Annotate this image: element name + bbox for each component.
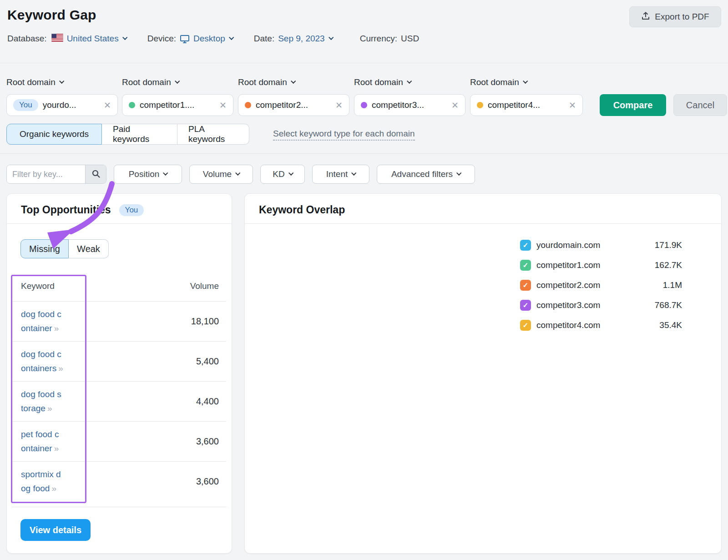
checkmark-icon: ✓ (523, 241, 529, 249)
select-keyword-type-link[interactable]: Select keyword type for each domain (273, 129, 415, 141)
competitor1-color-dot-icon (129, 102, 135, 108)
close-icon[interactable]: ✕ (569, 100, 576, 111)
intent-filter-dropdown[interactable]: Intent (312, 165, 369, 184)
database-label: Database: (7, 34, 47, 44)
legend-domain: competitor3.com (536, 300, 655, 310)
volume-value: 18,100 (191, 316, 219, 327)
search-button[interactable] (85, 165, 106, 183)
kd-filter-dropdown[interactable]: KD (260, 165, 305, 184)
table-row: dog food storage» 4,400 (21, 381, 219, 421)
domain-chip-competitor3[interactable]: competitor3... ✕ (354, 94, 465, 116)
compare-button[interactable]: Compare (600, 94, 666, 116)
tab-pla-keywords[interactable]: PLA keywords (177, 124, 249, 145)
legend-keyword-count: 171.9K (655, 240, 682, 250)
close-icon[interactable]: ✕ (104, 100, 111, 111)
chevron-down-icon (163, 171, 168, 176)
legend-row-competitor3: ✓ competitor3.com 768.7K (520, 298, 682, 312)
chevron-down-icon (235, 171, 240, 176)
chevron-down-icon (456, 171, 461, 176)
chevron-down-icon (122, 35, 127, 40)
double-chevron-right-icon[interactable]: » (54, 444, 59, 453)
table-row: sportmix dog food» 3,600 (21, 461, 219, 501)
legend-domain: yourdomain.com (536, 240, 655, 250)
chevron-down-icon (407, 79, 412, 84)
magnifier-icon (91, 169, 101, 180)
chevron-down-icon (175, 79, 180, 84)
checkbox-yourdomain[interactable]: ✓ (520, 240, 531, 251)
chevron-down-icon (523, 79, 528, 84)
domain-chip-competitor1[interactable]: competitor1.... ✕ (122, 94, 233, 116)
checkmark-icon: ✓ (523, 281, 529, 289)
desktop-monitor-icon (180, 34, 190, 44)
device-label: Device: (147, 34, 176, 44)
double-chevron-right-icon[interactable]: » (58, 363, 63, 373)
header-divider (0, 63, 728, 63)
root-domain-selector-2[interactable]: Root domain (122, 77, 179, 87)
close-icon[interactable]: ✕ (335, 100, 343, 111)
panel-divider (7, 223, 232, 224)
export-to-pdf-button[interactable]: Export to PDF (629, 6, 721, 27)
column-header-keyword: Keyword (21, 281, 55, 291)
column-header-volume: Volume (190, 281, 219, 291)
venn-legend: ✓ yourdomain.com 171.9K ✓ competitor1.co… (520, 238, 682, 332)
table-row: pet food container» 3,600 (21, 421, 219, 461)
volume-value: 5,400 (196, 356, 219, 367)
checkmark-icon: ✓ (523, 321, 529, 329)
you-badge: You (13, 99, 38, 111)
double-chevron-right-icon[interactable]: » (54, 323, 59, 333)
keyword-filter-input[interactable] (7, 165, 85, 183)
row-divider (11, 507, 226, 507)
root-domain-selector-4[interactable]: Root domain (354, 77, 411, 87)
legend-row-competitor4: ✓ competitor4.com 35.4K (520, 318, 682, 332)
tab-paid-keywords[interactable]: Paid keywords (102, 124, 177, 145)
domain-chip-label: competitor4... (488, 100, 564, 110)
root-domain-selector-5[interactable]: Root domain (470, 77, 527, 87)
advanced-filters-dropdown[interactable]: Advanced filters (377, 165, 475, 184)
volume-filter-dropdown[interactable]: Volume (189, 165, 253, 184)
double-chevron-right-icon[interactable]: » (51, 484, 56, 493)
root-domain-selector-1[interactable]: Root domain (6, 77, 63, 87)
page-title: Keyword Gap (7, 7, 96, 23)
tab-organic-keywords[interactable]: Organic keywords (6, 124, 102, 145)
device-selector[interactable]: Desktop (180, 34, 233, 44)
keyword-link[interactable]: dog food storage (21, 389, 61, 413)
date-value: Sep 9, 2023 (278, 34, 324, 44)
domain-chip-competitor2[interactable]: competitor2... ✕ (238, 94, 349, 116)
competitor2-color-dot-icon (245, 102, 251, 108)
domain-chip-yourdomain[interactable]: You yourdo... ✕ (6, 94, 118, 116)
checkbox-competitor2[interactable]: ✓ (520, 280, 531, 291)
domain-chip-label: competitor3... (372, 100, 447, 110)
legend-keyword-count: 162.7K (655, 260, 682, 270)
cancel-button[interactable]: Cancel (673, 94, 727, 116)
toggle-missing[interactable]: Missing (20, 239, 69, 258)
keyword-link[interactable]: dog food containers (21, 349, 61, 373)
domain-chip-label: competitor1.... (140, 100, 215, 110)
toggle-weak[interactable]: Weak (69, 239, 109, 258)
filter-bar: Position Volume KD Intent Advanced filte… (6, 165, 475, 184)
device-value: Desktop (193, 34, 225, 44)
close-icon[interactable]: ✕ (219, 100, 227, 111)
checkbox-competitor1[interactable]: ✓ (520, 260, 531, 271)
checkmark-icon: ✓ (523, 301, 529, 309)
view-details-button[interactable]: View details (20, 519, 91, 541)
domain-chip-competitor4[interactable]: competitor4... ✕ (470, 94, 583, 116)
legend-domain: competitor2.com (536, 280, 663, 290)
keyword-link[interactable]: pet food container (21, 429, 59, 453)
checkbox-competitor4[interactable]: ✓ (520, 320, 531, 331)
close-icon[interactable]: ✕ (451, 100, 459, 111)
competitor4-color-dot-icon (477, 102, 483, 108)
competitor3-color-dot-icon (361, 102, 367, 108)
double-chevron-right-icon[interactable]: » (47, 404, 52, 413)
database-selector[interactable]: United States (67, 34, 126, 44)
root-domain-selector-3[interactable]: Root domain (238, 77, 295, 87)
checkbox-competitor3[interactable]: ✓ (520, 300, 531, 311)
volume-value: 4,400 (196, 396, 219, 407)
export-to-pdf-label: Export to PDF (655, 12, 709, 22)
keyword-filter-group (6, 165, 106, 184)
database-value: United States (67, 34, 119, 44)
section-divider (0, 153, 728, 154)
keyword-type-tabs: Organic keywords Paid keywords PLA keywo… (6, 124, 249, 145)
date-selector[interactable]: Sep 9, 2023 (278, 34, 332, 44)
position-filter-dropdown[interactable]: Position (114, 165, 182, 184)
legend-keyword-count: 35.4K (659, 320, 682, 330)
